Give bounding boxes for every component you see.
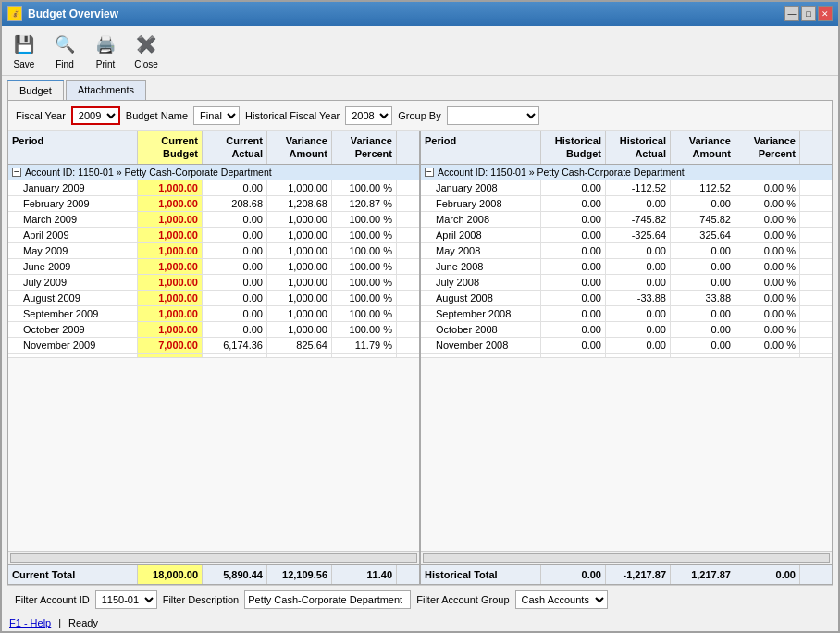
left-cell: 0.00: [203, 322, 267, 337]
title-bar: 💰 Budget Overview — □ ✕: [2, 2, 838, 26]
filter-account-group-select[interactable]: Cash Accounts: [515, 590, 608, 609]
print-icon: 🖨️: [93, 31, 118, 57]
status-text: Ready: [68, 617, 98, 628]
right-bottom-total-bar: Historical Total 0.00 -1,217.87 1,217.87…: [421, 564, 832, 584]
left-cell: 0.00: [203, 259, 267, 274]
title-bar-left: 💰 Budget Overview: [7, 6, 118, 21]
left-cell: 1,000.00: [267, 212, 332, 227]
left-table-row: February 20091,000.00-208.681,208.68120.…: [8, 196, 419, 212]
right-cell: 745.82: [671, 212, 735, 227]
right-table-row: July 20080.000.000.000.00 %: [421, 275, 832, 291]
help-link[interactable]: F1 - Help: [9, 617, 51, 628]
left-account-group: − Account ID: 1150-01 » Petty Cash-Corpo…: [8, 165, 419, 180]
right-table-row: March 20080.00-745.82745.820.00 %: [421, 212, 832, 228]
right-cell: 0.00 %: [735, 196, 800, 211]
separator: |: [58, 617, 61, 628]
budget-name-label: Budget Name: [126, 110, 188, 121]
left-cell: 1,000.00: [138, 228, 203, 242]
right-col-historical-budget: HistoricalBudget: [541, 131, 606, 164]
right-cell: -33.88: [606, 291, 671, 305]
minimize-button[interactable]: —: [784, 6, 799, 21]
right-cell: 0.00 %: [735, 212, 800, 227]
right-cell: 0.00: [606, 196, 671, 211]
maximize-button[interactable]: □: [801, 6, 816, 21]
left-cell: 825.64: [267, 338, 332, 353]
right-cell: July 2008: [421, 275, 541, 290]
right-cell: -112.52: [606, 180, 671, 195]
right-cell: January 2008: [421, 180, 541, 195]
left-cell: 1,208.68: [267, 196, 332, 211]
right-collapse-icon[interactable]: −: [425, 168, 434, 177]
right-bottom-label: Historical Total: [421, 565, 541, 584]
right-data-rows: January 20080.00-112.52112.520.00 %Febru…: [421, 180, 832, 357]
left-cell: 1,000.00: [267, 228, 332, 242]
left-cell: 1,000.00: [138, 275, 203, 290]
left-cell: 0.00: [203, 212, 267, 227]
print-button[interactable]: 🖨️ Print: [89, 30, 122, 71]
right-cell: 0.00: [606, 338, 671, 353]
left-table-row: November 20097,000.006,174.36825.6411.79…: [8, 338, 419, 354]
filter-description-input[interactable]: [244, 590, 411, 609]
right-table-row: June 20080.000.000.000.00 %: [421, 259, 832, 275]
right-scroll-track[interactable]: [423, 553, 830, 563]
right-cell: 0.00: [671, 275, 735, 290]
left-horiz-scroll[interactable]: [8, 551, 419, 564]
historical-fiscal-year-select[interactable]: 2008: [345, 106, 392, 125]
group-by-select[interactable]: [447, 106, 539, 125]
right-cell: October 2008: [421, 322, 541, 337]
left-bottom-total-bar: Current Total 18,000.00 5,890.44 12,109.…: [8, 564, 419, 584]
left-cell: 1,000.00: [267, 259, 332, 274]
left-cell: 1,000.00: [267, 291, 332, 305]
close-button[interactable]: ✕: [818, 6, 833, 21]
right-col-variance-amount: VarianceAmount: [671, 131, 735, 164]
right-cell: 0.00 %: [735, 259, 800, 274]
find-button[interactable]: 🔍 Find: [48, 30, 81, 71]
left-grid-body: − Account ID: 1150-01 » Petty Cash-Corpo…: [8, 165, 419, 357]
right-cell: 0.00 %: [735, 228, 800, 242]
left-cell: November 2009: [8, 338, 138, 353]
left-cell: 100.00 %: [332, 243, 397, 258]
filter-account-id-select[interactable]: 1150-01: [95, 590, 157, 609]
left-cell: 1,000.00: [138, 306, 203, 321]
tabs-row: Budget Attachments: [2, 76, 838, 100]
right-grid-header: Period HistoricalBudget HistoricalActual…: [421, 131, 832, 165]
right-spacer: [421, 357, 832, 551]
right-cell: 0.00: [541, 212, 606, 227]
left-cell: 0.00: [203, 243, 267, 258]
fiscal-year-select[interactable]: 2009: [71, 106, 120, 125]
right-cell: 0.00: [541, 291, 606, 305]
left-cell: 1,000.00: [138, 196, 203, 211]
right-table-row: February 20080.000.000.000.00 %: [421, 196, 832, 212]
right-table-row: August 20080.00-33.8833.880.00 %: [421, 291, 832, 306]
left-grid-panel: Period CurrentBudget CurrentActual Varia…: [8, 131, 421, 584]
right-cell: -325.64: [606, 228, 671, 242]
tab-attachments[interactable]: Attachments: [66, 80, 146, 100]
right-cell: 0.00 %: [735, 291, 800, 305]
right-cell: 0.00: [671, 322, 735, 337]
right-cell: 0.00: [606, 243, 671, 258]
left-table-row: April 20091,000.000.001,000.00100.00 %: [8, 228, 419, 243]
main-window: 💰 Budget Overview — □ ✕ 💾 Save 🔍 Find 🖨️…: [0, 0, 840, 633]
right-cell: 0.00: [541, 338, 606, 353]
save-button[interactable]: 💾 Save: [7, 30, 41, 71]
right-cell: 112.52: [671, 180, 735, 195]
right-cell: 0.00: [541, 275, 606, 290]
left-cell: 0.00: [203, 228, 267, 242]
left-cell: 1,000.00: [267, 322, 332, 337]
left-cell: October 2009: [8, 322, 138, 337]
save-label: Save: [14, 59, 35, 69]
right-table-row: May 20080.000.000.000.00 %: [421, 243, 832, 259]
right-cell: -745.82: [606, 212, 671, 227]
left-collapse-icon[interactable]: −: [12, 168, 21, 177]
filter-account-id-label: Filter Account ID: [15, 594, 90, 605]
right-horiz-scroll[interactable]: [421, 551, 832, 564]
left-table-row: January 20091,000.000.001,000.00100.00 %: [8, 180, 419, 196]
left-cell: 1,000.00: [138, 212, 203, 227]
left-scroll-track[interactable]: [10, 553, 417, 563]
close-toolbar-button[interactable]: ✖️ Close: [130, 30, 163, 71]
right-table-row: September 20080.000.000.000.00 %: [421, 306, 832, 322]
left-cell: 0.00: [203, 306, 267, 321]
budget-name-select[interactable]: Final: [193, 106, 240, 125]
tab-budget[interactable]: Budget: [7, 80, 64, 100]
left-cell: 1,000.00: [138, 180, 203, 195]
